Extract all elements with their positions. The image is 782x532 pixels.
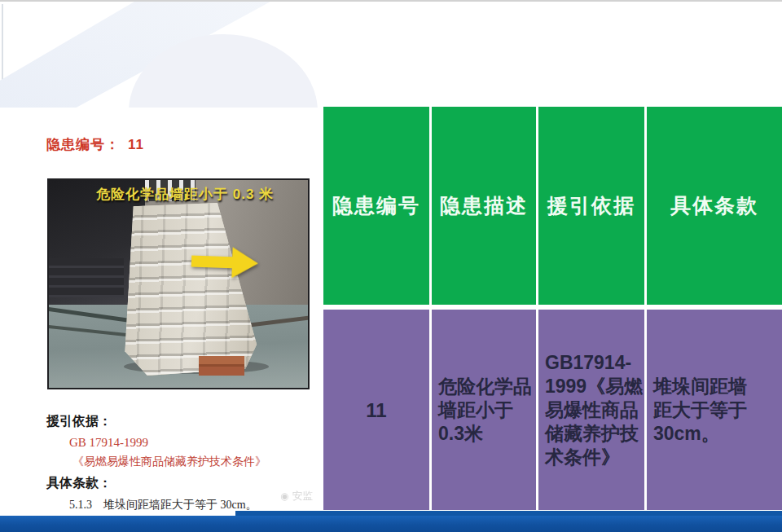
photo-shelf-shadow [49,258,124,297]
table-cell-hazard-description: 危险化学品 墙距小于 0.3米 [432,310,536,510]
hazard-table: 隐患编号 隐患描述 援引依据 具体条款 11 危险化学品 墙距小于 0.3米 G… [323,107,782,510]
hazard-photo: 危险化学品墙距小于 0.3 米 [47,178,310,389]
hazard-number-label: 隐患编号：11 [46,135,144,154]
hazard-number-value: 11 [128,137,144,152]
watermark-text: 安监 [292,489,313,503]
arrow-shaft [191,256,232,269]
table-header-hazard-description: 隐患描述 [432,107,536,305]
table-header-hazard-number: 隐患编号 [323,107,429,305]
standard-code: GB 17914-1999 [69,436,319,450]
watermark: ◉ 安监 [280,489,313,503]
basis-label: 援引依据： [46,413,319,430]
bottom-bar [0,516,782,532]
clause-label: 具体条款： [46,475,319,492]
standard-name: 《易燃易爆性商品储藏养护技术条件》 [72,455,319,469]
photo-caption: 危险化学品墙距小于 0.3 米 [96,185,274,204]
table-cell-reference-basis: GB17914- 1999《易燃 易爆性商品 储藏养护技 术条件》 [538,310,644,510]
table-cell-hazard-number: 11 [323,310,429,510]
table-header-specific-clause: 具体条款 [647,107,782,305]
slide: 隐患编号：11 危险化学品墙距小于 0.3 米 援引依据： GB 17914-1… [0,0,782,532]
hazard-label-text: 隐患编号： [46,137,120,152]
photo-brick-support [199,356,244,376]
arrow-right-icon [191,246,260,279]
watermark-logo-icon: ◉ [280,490,288,502]
table-cell-specific-clause: 堆垛间距墙 距大于等于 30cm。 [647,310,782,510]
reference-block: 援引依据： GB 17914-1999 《易燃易爆性商品储藏养护技术条件》 具体… [46,413,319,512]
top-left-decoration [0,2,326,108]
arrow-head [231,247,258,279]
table-header-reference-basis: 援引依据 [538,107,644,305]
